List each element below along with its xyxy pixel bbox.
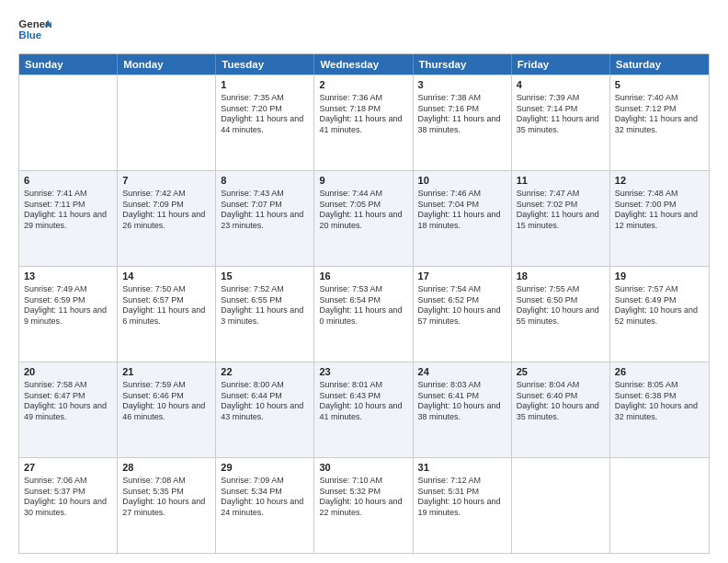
day-number: 18 <box>517 270 605 283</box>
cell-info: Sunrise: 7:08 AM Sunset: 5:35 PM Dayligh… <box>122 476 210 519</box>
day-number: 6 <box>24 174 112 188</box>
calendar-cell: 9Sunrise: 7:44 AM Sunset: 7:05 PM Daylig… <box>314 171 413 266</box>
day-number: 26 <box>615 365 704 379</box>
cell-info: Sunrise: 7:55 AM Sunset: 6:50 PM Dayligh… <box>517 284 605 327</box>
svg-text:Blue: Blue <box>18 29 41 40</box>
day-number: 5 <box>615 78 704 92</box>
weekday-header: Wednesday <box>314 54 413 75</box>
cell-info: Sunrise: 7:09 AM Sunset: 5:34 PM Dayligh… <box>221 476 309 519</box>
calendar-row: 1Sunrise: 7:35 AM Sunset: 7:20 PM Daylig… <box>19 75 709 170</box>
calendar-cell: 20Sunrise: 7:58 AM Sunset: 6:47 PM Dayli… <box>19 362 118 457</box>
cell-info: Sunrise: 8:00 AM Sunset: 6:44 PM Dayligh… <box>221 380 309 423</box>
calendar-cell: 28Sunrise: 7:08 AM Sunset: 5:35 PM Dayli… <box>118 458 216 553</box>
cell-info: Sunrise: 7:40 AM Sunset: 7:12 PM Dayligh… <box>615 93 704 136</box>
calendar-cell: 26Sunrise: 8:05 AM Sunset: 6:38 PM Dayli… <box>610 362 709 457</box>
calendar-cell: 24Sunrise: 8:03 AM Sunset: 6:41 PM Dayli… <box>414 362 512 457</box>
day-number: 2 <box>319 78 407 92</box>
cell-info: Sunrise: 7:57 AM Sunset: 6:49 PM Dayligh… <box>615 284 704 327</box>
day-number: 25 <box>517 365 605 379</box>
day-number: 4 <box>517 78 605 92</box>
weekday-header: Thursday <box>414 54 512 75</box>
cell-info: Sunrise: 8:04 AM Sunset: 6:40 PM Dayligh… <box>517 380 605 423</box>
day-number: 22 <box>221 365 309 379</box>
day-number: 8 <box>221 174 309 188</box>
day-number: 17 <box>418 270 506 283</box>
cell-info: Sunrise: 8:03 AM Sunset: 6:41 PM Dayligh… <box>418 380 506 423</box>
calendar-cell: 2Sunrise: 7:36 AM Sunset: 7:18 PM Daylig… <box>314 75 413 170</box>
calendar-row: 13Sunrise: 7:49 AM Sunset: 6:59 PM Dayli… <box>19 266 709 362</box>
cell-info: Sunrise: 7:36 AM Sunset: 7:18 PM Dayligh… <box>319 93 407 136</box>
day-number: 12 <box>615 174 704 188</box>
day-number: 15 <box>221 270 309 283</box>
day-number: 7 <box>122 174 210 188</box>
day-number: 28 <box>122 461 210 475</box>
calendar: SundayMondayTuesdayWednesdayThursdayFrid… <box>18 53 710 554</box>
cell-info: Sunrise: 8:05 AM Sunset: 6:38 PM Dayligh… <box>615 380 704 423</box>
day-number: 10 <box>418 174 506 188</box>
calendar-cell: 19Sunrise: 7:57 AM Sunset: 6:49 PM Dayli… <box>610 267 709 362</box>
calendar-cell <box>512 458 610 553</box>
day-number: 30 <box>319 461 407 475</box>
day-number: 29 <box>221 461 309 475</box>
cell-info: Sunrise: 7:46 AM Sunset: 7:04 PM Dayligh… <box>418 189 506 232</box>
calendar-cell: 7Sunrise: 7:42 AM Sunset: 7:09 PM Daylig… <box>118 171 216 266</box>
cell-info: Sunrise: 7:06 AM Sunset: 5:37 PM Dayligh… <box>24 476 112 519</box>
cell-info: Sunrise: 7:43 AM Sunset: 7:07 PM Dayligh… <box>221 189 309 232</box>
calendar-cell: 30Sunrise: 7:10 AM Sunset: 5:32 PM Dayli… <box>314 458 413 553</box>
cell-info: Sunrise: 7:52 AM Sunset: 6:55 PM Dayligh… <box>221 284 309 327</box>
day-number: 20 <box>24 365 112 379</box>
calendar-cell: 14Sunrise: 7:50 AM Sunset: 6:57 PM Dayli… <box>118 267 216 362</box>
calendar-cell <box>610 458 709 553</box>
day-number: 31 <box>418 461 506 475</box>
day-number: 3 <box>418 78 506 92</box>
day-number: 24 <box>418 365 506 379</box>
calendar-cell: 1Sunrise: 7:35 AM Sunset: 7:20 PM Daylig… <box>216 75 314 170</box>
weekday-header: Sunday <box>19 54 118 75</box>
calendar-row: 6Sunrise: 7:41 AM Sunset: 7:11 PM Daylig… <box>19 170 709 266</box>
day-number: 9 <box>319 174 407 188</box>
calendar-cell: 21Sunrise: 7:59 AM Sunset: 6:46 PM Dayli… <box>118 362 216 457</box>
day-number: 19 <box>615 270 704 283</box>
calendar-cell: 22Sunrise: 8:00 AM Sunset: 6:44 PM Dayli… <box>216 362 314 457</box>
calendar-cell: 5Sunrise: 7:40 AM Sunset: 7:12 PM Daylig… <box>610 75 709 170</box>
cell-info: Sunrise: 7:44 AM Sunset: 7:05 PM Dayligh… <box>319 189 407 232</box>
cell-info: Sunrise: 7:53 AM Sunset: 6:54 PM Dayligh… <box>319 284 407 327</box>
day-number: 1 <box>221 78 309 92</box>
header: General Blue <box>18 17 710 44</box>
cell-info: Sunrise: 7:49 AM Sunset: 6:59 PM Dayligh… <box>24 284 112 327</box>
calendar-cell: 18Sunrise: 7:55 AM Sunset: 6:50 PM Dayli… <box>512 267 610 362</box>
calendar-cell: 4Sunrise: 7:39 AM Sunset: 7:14 PM Daylig… <box>512 75 610 170</box>
calendar-cell <box>19 75 118 170</box>
calendar-cell: 16Sunrise: 7:53 AM Sunset: 6:54 PM Dayli… <box>314 267 413 362</box>
cell-info: Sunrise: 7:47 AM Sunset: 7:02 PM Dayligh… <box>517 189 605 232</box>
calendar-body: 1Sunrise: 7:35 AM Sunset: 7:20 PM Daylig… <box>19 75 709 553</box>
calendar-cell: 13Sunrise: 7:49 AM Sunset: 6:59 PM Dayli… <box>19 267 118 362</box>
weekday-header: Tuesday <box>216 54 314 75</box>
calendar-cell: 3Sunrise: 7:38 AM Sunset: 7:16 PM Daylig… <box>414 75 512 170</box>
day-number: 14 <box>122 270 210 283</box>
calendar-cell: 27Sunrise: 7:06 AM Sunset: 5:37 PM Dayli… <box>19 458 118 553</box>
calendar-cell: 12Sunrise: 7:48 AM Sunset: 7:00 PM Dayli… <box>610 171 709 266</box>
day-number: 11 <box>517 174 605 188</box>
day-number: 13 <box>24 270 112 283</box>
calendar-cell: 10Sunrise: 7:46 AM Sunset: 7:04 PM Dayli… <box>414 171 512 266</box>
calendar-cell: 31Sunrise: 7:12 AM Sunset: 5:31 PM Dayli… <box>414 458 512 553</box>
cell-info: Sunrise: 7:42 AM Sunset: 7:09 PM Dayligh… <box>122 189 210 232</box>
calendar-cell: 25Sunrise: 8:04 AM Sunset: 6:40 PM Dayli… <box>512 362 610 457</box>
day-number: 16 <box>319 270 407 283</box>
calendar-cell: 8Sunrise: 7:43 AM Sunset: 7:07 PM Daylig… <box>216 171 314 266</box>
calendar-row: 20Sunrise: 7:58 AM Sunset: 6:47 PM Dayli… <box>19 362 709 457</box>
cell-info: Sunrise: 7:54 AM Sunset: 6:52 PM Dayligh… <box>418 284 506 327</box>
day-number: 23 <box>319 365 407 379</box>
cell-info: Sunrise: 7:41 AM Sunset: 7:11 PM Dayligh… <box>24 189 112 232</box>
cell-info: Sunrise: 7:39 AM Sunset: 7:14 PM Dayligh… <box>517 93 605 136</box>
cell-info: Sunrise: 7:38 AM Sunset: 7:16 PM Dayligh… <box>418 93 506 136</box>
weekday-header: Monday <box>118 54 216 75</box>
calendar-cell: 6Sunrise: 7:41 AM Sunset: 7:11 PM Daylig… <box>19 171 118 266</box>
cell-info: Sunrise: 7:10 AM Sunset: 5:32 PM Dayligh… <box>319 476 407 519</box>
cell-info: Sunrise: 8:01 AM Sunset: 6:43 PM Dayligh… <box>319 380 407 423</box>
cell-info: Sunrise: 7:35 AM Sunset: 7:20 PM Dayligh… <box>221 93 309 136</box>
cell-info: Sunrise: 7:58 AM Sunset: 6:47 PM Dayligh… <box>24 380 112 423</box>
calendar-cell: 29Sunrise: 7:09 AM Sunset: 5:34 PM Dayli… <box>216 458 314 553</box>
calendar-cell <box>118 75 216 170</box>
